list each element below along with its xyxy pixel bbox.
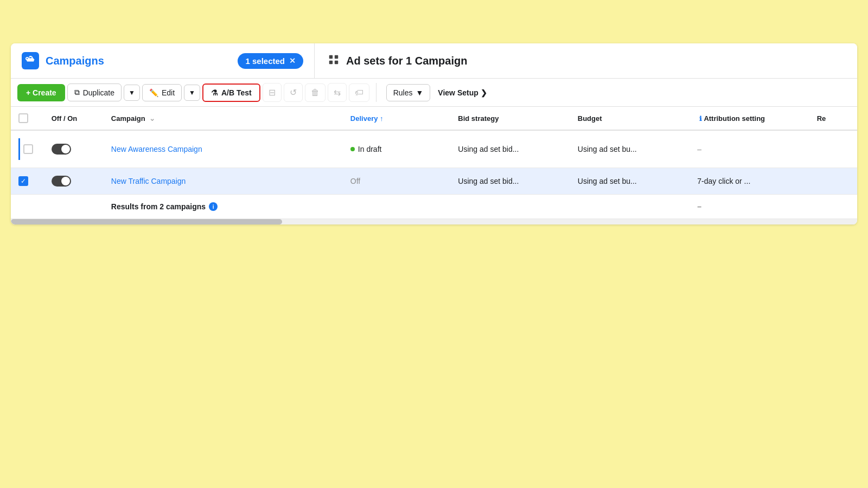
row1-campaign-link[interactable]: New Awareness Campaign: [111, 145, 202, 153]
selected-count: 1 selected: [245, 56, 285, 66]
duplicate-button[interactable]: ⧉ Duplicate: [67, 84, 122, 101]
campaigns-section: Campaigns 1 selected ✕: [11, 43, 315, 78]
info-icon-attribution[interactable]: ℹ: [699, 115, 702, 123]
results-budget-cell: [570, 195, 690, 219]
row1-campaign-cell: New Awareness Campaign: [104, 130, 343, 168]
header-checkbox-cell[interactable]: [11, 107, 44, 130]
delete-button[interactable]: 🗑: [305, 84, 326, 102]
header-offon: Off / On: [44, 107, 104, 130]
row1-delivery-cell: In draft: [343, 130, 450, 168]
row2-bid-text: Using ad set bid...: [458, 177, 519, 185]
results-empty-1: [11, 195, 44, 219]
ab-test-button[interactable]: ⚗ A/B Test: [202, 84, 260, 102]
rules-dropdown-icon: ▼: [416, 88, 423, 97]
svg-rect-0: [329, 55, 333, 58]
export-button[interactable]: ⇆: [328, 83, 347, 102]
row2-delivery-cell: Off: [343, 168, 450, 195]
row2-budget-cell: Using ad set bu...: [570, 168, 690, 195]
results-attribution-cell: –: [690, 195, 809, 219]
row1-attribution-cell: –: [690, 130, 809, 168]
row1-delivery-dot: [350, 147, 355, 151]
header-bid: Bid strategy: [450, 107, 570, 130]
row2-attribution-cell: 7-day click or ...: [690, 168, 809, 195]
results-re-cell: [809, 195, 857, 219]
header-attribution: ℹ Attribution setting: [690, 107, 809, 130]
header-row: Campaigns 1 selected ✕ Ad sets for 1 Cam…: [11, 43, 857, 79]
row1-toggle-knob: [61, 145, 70, 153]
campaigns-table-wrapper: Off / On Campaign ⌄ Delivery ↑ Bid strat…: [11, 107, 857, 219]
row2-toggle-knob: [61, 177, 70, 185]
results-info: Results from 2 campaigns i: [111, 202, 218, 211]
svg-rect-3: [335, 60, 338, 63]
edit-button[interactable]: ✏️ Edit: [142, 84, 182, 101]
toolbar-left: + Create ⧉ Duplicate ▼ ✏️ Edit ▼ ⚗ A/B T…: [17, 83, 376, 102]
adsets-section: Ad sets for 1 Campaign: [315, 45, 480, 77]
row2-toggle[interactable]: [52, 176, 71, 187]
header-delivery[interactable]: Delivery ↑: [343, 107, 450, 130]
campaigns-title: Campaigns: [46, 55, 104, 67]
row2-campaign-cell: New Traffic Campaign: [104, 168, 343, 195]
results-info-icon[interactable]: i: [209, 202, 218, 211]
campaign-sort-icon[interactable]: ⌄: [149, 114, 155, 123]
toolbar-right: Rules ▼ View Setup ❯: [380, 84, 492, 101]
results-label-text: Results from 2 campaigns: [111, 202, 206, 211]
campaigns-icon: [22, 52, 39, 69]
adsets-title: Ad sets for 1 Campaign: [346, 55, 467, 67]
row2-delivery-text: Off: [350, 177, 360, 185]
row2-attribution-text: 7-day click or ...: [697, 177, 750, 185]
table-row: New Awareness Campaign In draft Using ad…: [11, 130, 857, 168]
row2-campaign-link[interactable]: New Traffic Campaign: [111, 177, 186, 185]
results-bid-cell: [450, 195, 570, 219]
row1-attribution-text: –: [697, 145, 701, 153]
copy-button[interactable]: ⊟: [263, 83, 282, 102]
row1-budget-cell: Using ad set bu...: [570, 130, 690, 168]
duplicate-dropdown[interactable]: ▼: [124, 85, 140, 101]
ab-test-icon: ⚗: [211, 88, 218, 97]
row2-re-cell: [809, 168, 857, 195]
undo-button[interactable]: ↺: [284, 83, 303, 102]
create-button[interactable]: + Create: [17, 84, 65, 101]
results-empty-2: [44, 195, 104, 219]
row1-re-cell: [809, 130, 857, 168]
results-delivery-cell: [343, 195, 450, 219]
results-label-cell: Results from 2 campaigns i: [104, 195, 343, 219]
duplicate-icon: ⧉: [74, 88, 80, 97]
header-re: Re: [809, 107, 857, 130]
row2-toggle-cell[interactable]: [44, 168, 104, 195]
row2-checkbox[interactable]: ✓: [18, 176, 28, 186]
results-attribution-text: –: [697, 202, 701, 211]
table-row: ✓ New Traffic Campaign Off: [11, 168, 857, 195]
toolbar-row: + Create ⧉ Duplicate ▼ ✏️ Edit ▼ ⚗ A/B T…: [11, 79, 857, 107]
table-header-row: Off / On Campaign ⌄ Delivery ↑ Bid strat…: [11, 107, 857, 130]
svg-rect-2: [329, 60, 333, 63]
row1-delivery-badge: In draft: [350, 145, 443, 153]
select-all-checkbox[interactable]: [18, 113, 28, 123]
row1-bid-cell: Using ad set bid...: [450, 130, 570, 168]
edit-icon: ✏️: [149, 88, 158, 97]
view-setup-button[interactable]: View Setup ❯: [433, 85, 491, 101]
row2-bid-cell: Using ad set bid...: [450, 168, 570, 195]
view-setup-chevron-icon: ❯: [481, 88, 487, 97]
scrollbar-thumb[interactable]: [11, 219, 282, 224]
tag-button[interactable]: 🏷: [349, 84, 369, 102]
row1-delivery-text: In draft: [358, 145, 382, 153]
results-row: Results from 2 campaigns i –: [11, 195, 857, 219]
svg-rect-1: [335, 55, 338, 58]
row1-checkbox-cell[interactable]: [11, 130, 44, 168]
row1-toggle[interactable]: [52, 144, 71, 155]
rules-button[interactable]: Rules ▼: [386, 84, 431, 101]
selected-badge[interactable]: 1 selected ✕: [238, 53, 303, 69]
row1-toggle-cell[interactable]: [44, 130, 104, 168]
header-campaign: Campaign ⌄: [104, 107, 343, 130]
row2-budget-text: Using ad set bu...: [578, 177, 637, 185]
adsets-grid-icon: [328, 54, 340, 68]
edit-dropdown[interactable]: ▼: [184, 85, 200, 101]
campaigns-table: Off / On Campaign ⌄ Delivery ↑ Bid strat…: [11, 107, 857, 219]
row1-bid-text: Using ad set bid...: [458, 145, 519, 153]
horizontal-scrollbar[interactable]: [11, 219, 857, 224]
row1-budget-text: Using ad set bu...: [578, 145, 637, 153]
close-selected-icon[interactable]: ✕: [289, 56, 296, 65]
row2-checkbox-cell[interactable]: ✓: [11, 168, 44, 195]
header-budget: Budget: [570, 107, 690, 130]
row1-checkbox[interactable]: [23, 144, 33, 154]
